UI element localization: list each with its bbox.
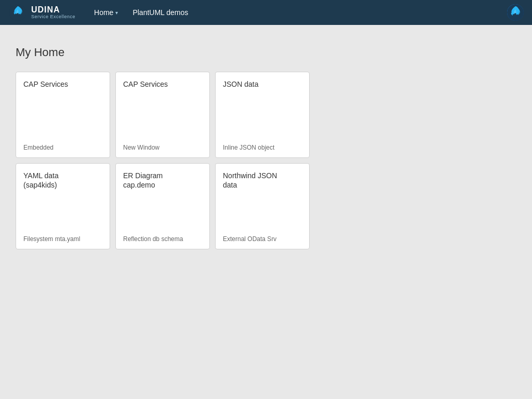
navbar: UDINA Service Excellence Home ▾ PlantUML…	[0, 0, 532, 25]
avatar[interactable]	[507, 4, 524, 21]
card-title-er-diagram: ER Diagram cap.demo	[123, 171, 202, 190]
card-er-diagram[interactable]: ER Diagram cap.demoReflection db schema	[115, 163, 210, 249]
card-title-json-data: JSON data	[223, 79, 302, 89]
card-json-data[interactable]: JSON dataInline JSON object	[215, 72, 310, 158]
nav-home[interactable]: Home ▾	[88, 4, 124, 21]
chevron-down-icon: ▾	[115, 10, 118, 16]
nav-plantuml[interactable]: PlantUML demos	[126, 4, 194, 21]
card-subtitle-northwind: External OData Srv	[223, 235, 302, 243]
card-subtitle-json-data: Inline JSON object	[223, 144, 302, 151]
card-title-cap-embedded: CAP Services	[23, 79, 102, 89]
nav-links: Home ▾ PlantUML demos	[88, 4, 194, 21]
nav-left: UDINA Service Excellence Home ▾ PlantUML…	[8, 3, 194, 22]
card-subtitle-cap-window: New Window	[123, 144, 202, 151]
card-subtitle-yaml-data: Filesystem mta.yaml	[23, 235, 102, 243]
card-title-yaml-data: YAML data (sap4kids)	[23, 171, 102, 190]
card-northwind[interactable]: Northwind JSON dataExternal OData Srv	[215, 163, 310, 249]
logo-subtitle: Service Excellence	[31, 15, 75, 20]
nav-right	[507, 4, 524, 21]
avatar-icon	[507, 4, 524, 21]
card-cap-embedded[interactable]: CAP ServicesEmbedded	[16, 72, 110, 158]
page-title: My Home	[16, 46, 516, 59]
card-title-northwind: Northwind JSON data	[223, 171, 302, 190]
card-cap-window[interactable]: CAP ServicesNew Window	[115, 72, 210, 158]
logo[interactable]: UDINA Service Excellence	[8, 3, 75, 22]
logo-text: UDINA Service Excellence	[31, 5, 75, 19]
card-subtitle-er-diagram: Reflection db schema	[123, 235, 202, 243]
logo-title: UDINA	[31, 5, 75, 15]
card-yaml-data[interactable]: YAML data (sap4kids)Filesystem mta.yaml	[16, 163, 110, 249]
nav-plantuml-label: PlantUML demos	[132, 8, 188, 17]
card-subtitle-cap-embedded: Embedded	[23, 144, 102, 151]
main-content: My Home CAP ServicesEmbeddedCAP Services…	[0, 25, 532, 270]
nav-home-label: Home	[94, 8, 113, 17]
card-title-cap-window: CAP Services	[123, 79, 202, 89]
card-grid: CAP ServicesEmbeddedCAP ServicesNew Wind…	[16, 72, 516, 249]
logo-icon	[8, 3, 27, 22]
